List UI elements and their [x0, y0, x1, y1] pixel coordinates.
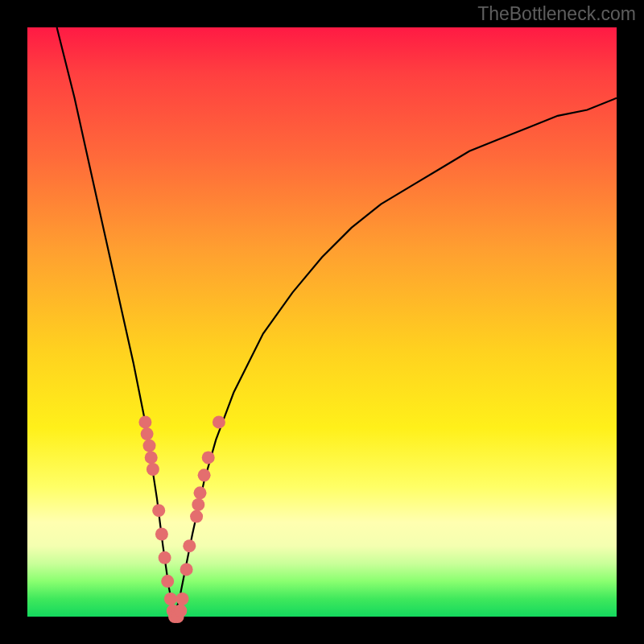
- curve-svg: [27, 27, 617, 617]
- data-point: [155, 528, 168, 541]
- plot-area: [27, 27, 617, 617]
- data-point: [213, 415, 225, 428]
- data-point: [164, 592, 177, 605]
- data-point: [143, 440, 156, 452]
- data-point: [174, 605, 187, 617]
- data-point: [194, 486, 207, 499]
- data-point: [159, 551, 171, 564]
- data-point: [183, 539, 196, 552]
- data-point: [138, 415, 151, 428]
- bottleneck-curve-path: [57, 27, 617, 617]
- data-point: [190, 510, 203, 523]
- watermark-text: TheBottleneck.com: [477, 3, 636, 25]
- data-point: [176, 592, 189, 605]
- chart-frame: TheBottleneck.com: [0, 0, 644, 644]
- data-point: [147, 463, 159, 476]
- data-point: [202, 451, 215, 464]
- data-point: [161, 575, 174, 588]
- data-point: [152, 504, 165, 517]
- data-point: [180, 563, 193, 576]
- data-point: [198, 469, 211, 481]
- data-point: [145, 451, 158, 464]
- data-point: [141, 427, 154, 440]
- data-point: [192, 498, 204, 511]
- data-points-group: [138, 415, 225, 623]
